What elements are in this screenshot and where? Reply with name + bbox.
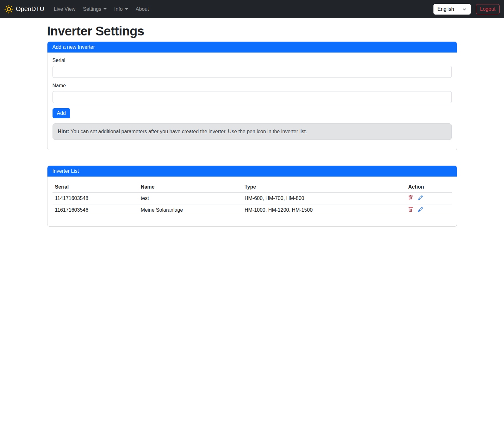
cell-serial: 114171603548 <box>53 193 138 204</box>
chevron-down-icon <box>462 7 467 11</box>
navbar: OpenDTU Live View Settings Info About En… <box>0 0 504 18</box>
dropdown-caret-icon <box>125 8 128 10</box>
inverter-list-card-header: Inverter List <box>47 166 457 177</box>
nav-item-about[interactable]: About <box>132 4 153 15</box>
table-row: 116171603546 Meine Solaranlage HM-1000, … <box>53 204 452 216</box>
add-inverter-card-header: Add a new Inverter <box>47 42 457 53</box>
name-input[interactable] <box>53 91 452 103</box>
pencil-icon[interactable] <box>418 195 423 200</box>
table-header-row: Serial Name Type Action <box>53 182 452 193</box>
inverter-list-card: Inverter List Serial Name Type Action 11… <box>47 165 457 227</box>
pencil-icon[interactable] <box>418 207 423 212</box>
brand-label: OpenDTU <box>16 5 44 13</box>
cell-action <box>406 193 451 204</box>
nav-item-info[interactable]: Info <box>110 4 132 15</box>
column-header-name: Name <box>138 182 242 193</box>
name-label: Name <box>53 83 452 89</box>
cell-name: Meine Solaranlage <box>138 204 242 216</box>
page-title: Inverter Settings <box>47 24 457 38</box>
table-row: 114171603548 test HM-600, HM-700, HM-800 <box>53 193 452 204</box>
trash-icon[interactable] <box>408 207 413 212</box>
cell-type: HM-600, HM-700, HM-800 <box>242 193 406 204</box>
column-header-serial: Serial <box>53 182 138 193</box>
hint-text: You can set additional parameters after … <box>71 129 307 134</box>
add-inverter-card: Add a new Inverter Serial Name Add Hint:… <box>47 41 457 150</box>
nav-item-label: About <box>136 6 149 12</box>
serial-input[interactable] <box>53 66 452 78</box>
main-content: Inverter Settings Add a new Inverter Ser… <box>43 24 461 227</box>
brand-link[interactable]: OpenDTU <box>4 5 44 14</box>
trash-icon[interactable] <box>408 195 413 200</box>
column-header-action: Action <box>406 182 451 193</box>
inverter-table: Serial Name Type Action 114171603548 tes… <box>53 182 452 216</box>
dropdown-caret-icon <box>103 8 107 10</box>
language-select[interactable]: English <box>433 4 471 15</box>
sun-icon <box>4 5 13 14</box>
serial-label: Serial <box>53 58 452 63</box>
cell-action <box>406 204 451 216</box>
nav-item-label: Live View <box>54 6 75 12</box>
hint-label: Hint: <box>58 129 69 134</box>
nav-item-settings[interactable]: Settings <box>79 4 110 15</box>
nav-item-label: Info <box>114 6 123 12</box>
nav-item-label: Settings <box>83 6 101 12</box>
logout-button[interactable]: Logout <box>476 4 500 14</box>
column-header-type: Type <box>242 182 406 193</box>
cell-serial: 116171603546 <box>53 204 138 216</box>
language-selected-value: English <box>438 6 454 12</box>
nav-item-live-view[interactable]: Live View <box>50 4 79 15</box>
cell-name: test <box>138 193 242 204</box>
add-button[interactable]: Add <box>53 108 70 118</box>
hint-alert: Hint: You can set additional parameters … <box>53 123 452 140</box>
cell-type: HM-1000, HM-1200, HM-1500 <box>242 204 406 216</box>
